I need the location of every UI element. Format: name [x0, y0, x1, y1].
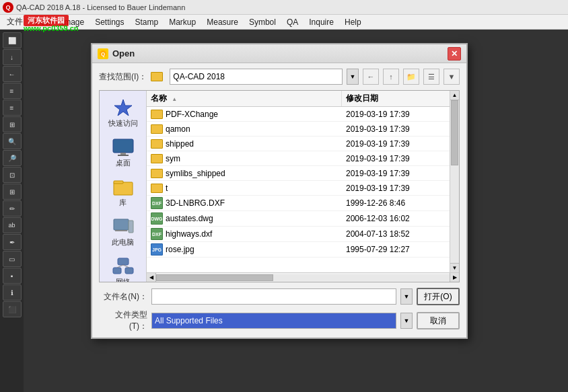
menu-stamp[interactable]: Stamp — [130, 16, 164, 28]
tool-btn-5[interactable]: ≡ — [3, 100, 22, 116]
h-scroll-track[interactable] — [156, 274, 450, 281]
file-row[interactable]: shipped 2019-03-19 17:39 — [147, 136, 450, 151]
h-scroll-right-button[interactable]: ▶ — [450, 273, 459, 282]
svg-rect-5 — [118, 155, 129, 156]
file-list-table: 名称 ▲ 修改日期 — [147, 91, 450, 272]
scroll-up-button[interactable]: ▲ — [450, 91, 459, 100]
tool-btn-zoom-sel[interactable]: ⊞ — [3, 184, 22, 200]
h-scroll-left-button[interactable]: ◀ — [147, 273, 156, 282]
tool-btn-fill[interactable]: ▪ — [3, 268, 22, 284]
file-name-cell: DXF 3D-LNBRG.DXF — [147, 196, 342, 210]
folder-icon — [151, 154, 163, 163]
file-row[interactable]: DWG austates.dwg 2006-12-03 16:02 — [147, 211, 450, 227]
nav-up-button[interactable]: ↑ — [383, 69, 399, 85]
nav-desktop[interactable]: 桌面 — [110, 136, 136, 170]
watermark-url: www.pc0359.cn — [24, 24, 79, 32]
filetype-dropdown[interactable]: All Supported Files — [151, 313, 396, 329]
tool-btn-shape[interactable]: ▭ — [3, 251, 22, 267]
file-row[interactable]: DXF highways.dxf 2004-07-13 18:52 — [147, 227, 450, 242]
library-icon — [112, 178, 134, 196]
nav-view-button[interactable]: ☰ — [423, 69, 439, 85]
menu-qa[interactable]: QA — [281, 16, 304, 28]
file-row[interactable]: JPG rose.jpg 1995-07-29 12:27 — [147, 242, 450, 258]
dialog-icon: Q — [98, 48, 108, 59]
nav-library[interactable]: 库 — [110, 175, 136, 210]
open-button[interactable]: 打开(O) — [417, 288, 460, 305]
desktop-label: 桌面 — [116, 158, 131, 168]
filename-dropdown-arrow[interactable]: ▼ — [400, 288, 413, 305]
tool-btn-2[interactable]: ↓ — [3, 49, 22, 65]
nav-view-arrow[interactable]: ▼ — [443, 69, 460, 85]
file-date-cell: 2019-03-19 17:39 — [342, 182, 450, 194]
pc-icon — [112, 217, 134, 236]
dxf-icon: DXF — [151, 197, 163, 209]
filename-label: 文件名(N)： — [99, 291, 147, 303]
menu-bar: 文件 View Image Settings Stamp Markup Meas… — [0, 15, 568, 30]
col-date-header[interactable]: 修改日期 — [342, 91, 450, 106]
tool-btn-4[interactable]: ≡ — [3, 83, 22, 99]
file-row[interactable]: sym 2019-03-19 17:39 — [147, 151, 450, 166]
col-name-header[interactable]: 名称 ▲ — [147, 91, 342, 106]
left-nav-panel: 快速访问 桌面 — [100, 91, 147, 282]
svg-rect-6 — [114, 182, 133, 195]
svg-rect-10 — [129, 221, 133, 233]
nav-this-pc[interactable]: 此电脑 — [110, 215, 136, 249]
tool-btn-misc[interactable]: ⬛ — [3, 301, 22, 317]
svg-marker-2 — [114, 100, 132, 116]
file-row[interactable]: PDF-XChange 2019-03-19 17:39 — [147, 107, 450, 122]
dialog-close-button[interactable]: ✕ — [448, 47, 461, 61]
tool-btn-6[interactable]: ⊞ — [3, 116, 22, 132]
menu-settings[interactable]: Settings — [90, 16, 129, 28]
scroll-down-button[interactable]: ▼ — [450, 263, 459, 272]
file-date-cell: 2019-03-19 17:39 — [342, 108, 450, 120]
location-label: 查找范围(I)： — [99, 71, 147, 83]
file-name-cell: sym — [147, 153, 342, 165]
scroll-thumb[interactable] — [451, 100, 458, 165]
file-name-cell: qamon — [147, 123, 342, 135]
folder-icon — [151, 169, 163, 178]
file-row[interactable]: qamon 2019-03-19 17:39 — [147, 122, 450, 136]
jpg-icon: JPG — [151, 243, 163, 256]
location-dropdown[interactable]: QA-CAD 2018 — [170, 69, 343, 85]
file-name-cell: shipped — [147, 138, 342, 150]
svg-rect-4 — [120, 153, 126, 155]
tool-btn-pen[interactable]: ✒ — [3, 234, 22, 250]
tool-btn-info[interactable]: ℹ — [3, 284, 22, 301]
location-value: QA-CAD 2018 — [173, 72, 225, 81]
tool-btn-3[interactable]: ← — [3, 66, 22, 82]
title-bar: Q QA-CAD 2018 A.18 - Licensed to Bauer L… — [0, 0, 568, 15]
file-date-cell: 2019-03-19 17:39 — [342, 153, 450, 165]
tool-btn-draw[interactable]: ✏ — [3, 200, 22, 217]
tool-btn-zoom-out[interactable]: 🔎 — [3, 150, 22, 166]
location-dropdown-arrow[interactable]: ▼ — [347, 69, 359, 85]
menu-inquire[interactable]: Inquire — [304, 16, 339, 28]
dialog-body: 查找范围(I)： QA-CAD 2018 ▼ ← ↑ 📁 ☰ ▼ — [92, 63, 466, 338]
menu-symbol[interactable]: Symbol — [244, 16, 281, 28]
tool-btn-zoom-in[interactable]: 🔍 — [3, 133, 22, 149]
nav-quick-access[interactable]: 快速访问 — [106, 96, 140, 130]
nav-network[interactable]: 网络 — [110, 255, 136, 282]
file-list-container: 快速访问 桌面 — [99, 90, 460, 282]
nav-back-button[interactable]: ← — [363, 69, 379, 85]
quick-access-label: 快速访问 — [108, 118, 138, 128]
h-scroll-thumb[interactable] — [156, 274, 273, 281]
vertical-scrollbar[interactable]: ▲ ▼ — [450, 91, 459, 272]
filetype-dropdown-arrow[interactable]: ▼ — [400, 313, 413, 329]
menu-help[interactable]: Help — [339, 16, 367, 28]
tool-btn-zoom-fit[interactable]: ⊡ — [3, 167, 22, 183]
menu-markup[interactable]: Markup — [164, 16, 201, 28]
menu-measure[interactable]: Measure — [201, 16, 244, 28]
tool-btn-text[interactable]: ab — [3, 217, 22, 233]
file-row[interactable]: symlibs_shipped 2019-03-19 17:39 — [147, 166, 450, 181]
dwg-icon: DWG — [151, 212, 163, 225]
cancel-button[interactable]: 取消 — [417, 312, 460, 329]
tool-btn-1[interactable]: ⬜ — [3, 32, 22, 48]
dialog-title-bar: Q Open ✕ — [92, 44, 466, 63]
file-row[interactable]: DXF 3D-LNBRG.DXF 1999-12-26 8:46 — [147, 196, 450, 211]
star-icon — [112, 98, 134, 117]
file-date-cell: 1995-07-29 12:27 — [342, 243, 450, 256]
scroll-track[interactable] — [450, 100, 459, 263]
nav-folder-button[interactable]: 📁 — [403, 69, 419, 85]
file-row[interactable]: t 2019-03-19 17:39 — [147, 181, 450, 196]
filename-input[interactable] — [151, 288, 396, 305]
